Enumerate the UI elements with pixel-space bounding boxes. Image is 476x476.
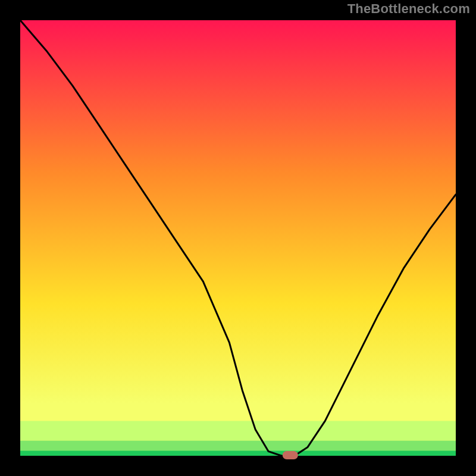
chart-container: TheBottleneck.com — [0, 0, 476, 476]
bottleneck-chart — [0, 0, 476, 476]
watermark-text: TheBottleneck.com — [347, 1, 470, 17]
chart-band-2 — [20, 421, 456, 440]
minimum-marker — [283, 451, 298, 459]
chart-band-0 — [20, 450, 456, 456]
chart-background — [20, 20, 456, 456]
chart-band-1 — [20, 440, 456, 450]
